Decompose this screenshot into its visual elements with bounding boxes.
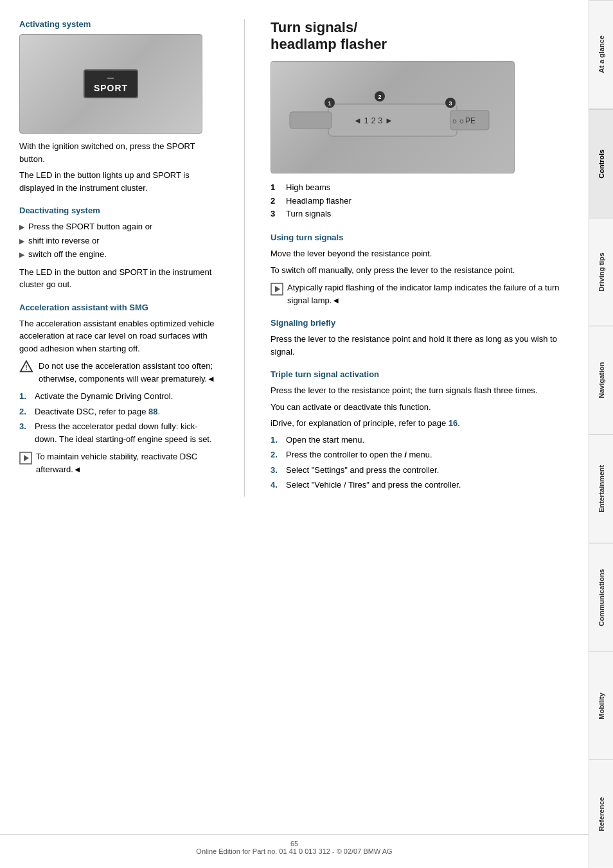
signaling-text: Press the lever to the resistance point … — [271, 333, 576, 358]
signal-item-list: 1 High beams 2 Headlamp flasher 3 Turn s… — [271, 181, 576, 221]
note-play-icon2 — [271, 283, 283, 296]
list-item: 2 Headlamp flasher — [271, 195, 576, 208]
list-item: 1 High beams — [271, 181, 576, 195]
activating-text2: The LED in the button lights up and SPOR… — [19, 169, 218, 194]
item-label: Turn signals — [286, 208, 331, 221]
list-item: ▶ Press the SPORT button again or — [19, 220, 218, 233]
column-separator — [244, 19, 245, 497]
list-item: 1. Activate the Dynamic Driving Control. — [19, 390, 218, 403]
sport-label-text: SPORT — [94, 83, 128, 93]
accel-warning-box: ! Do not use the acceleration assistant … — [19, 360, 218, 385]
svg-text:3: 3 — [449, 100, 452, 107]
deactivating-text: The LED in the button and SPORT in the i… — [19, 266, 218, 291]
note-play-icon — [19, 452, 32, 465]
accel-title: Acceleration assistant with SMG — [19, 303, 218, 312]
accel-note-text: To maintain vehicle stability, reactivat… — [36, 450, 218, 475]
sidebar: At a glance Controls Driving tips Naviga… — [589, 0, 613, 868]
activating-text1: With the ignition switched on, press the… — [19, 140, 218, 165]
sidebar-tab-communications[interactable]: Communications — [589, 543, 613, 651]
sidebar-tab-reference[interactable]: Reference — [589, 759, 613, 868]
turn-signal-image: ☼☼PE ◄ 1 2 3 ► 1 2 3 — [271, 61, 515, 173]
page-link-16[interactable]: 16 — [449, 418, 458, 428]
svg-text:2: 2 — [378, 94, 381, 100]
sport-button-image: SPORT — [19, 34, 202, 134]
list-item: 4. Select "Vehicle / Tires" and press th… — [271, 479, 576, 492]
sidebar-tab-entertainment[interactable]: Entertainment — [589, 434, 613, 543]
sidebar-tab-at-a-glance[interactable]: At a glance — [589, 0, 613, 109]
triple-steps-list: 1. Open the start menu. 2. Press the con… — [271, 434, 576, 492]
left-column: Activating system SPORT With the ignitio… — [19, 19, 218, 497]
list-item: ▶ switch off the engine. — [19, 248, 218, 261]
svg-text:◄ 1 2 3 ►: ◄ 1 2 3 ► — [353, 116, 393, 125]
sidebar-tab-driving-tips[interactable]: Driving tips — [589, 218, 613, 326]
using-turn-text1: Move the lever beyond the resistance poi… — [271, 247, 576, 260]
accel-note-box: To maintain vehicle stability, reactivat… — [19, 450, 218, 475]
accel-text1: The acceleration assistant enables optim… — [19, 317, 218, 355]
activating-title: Activating system — [19, 19, 218, 29]
indicator-note-text: Atypically rapid flashing of the indicat… — [287, 281, 576, 306]
list-item: 1. Open the start menu. — [271, 434, 576, 447]
signaling-title: Signaling briefly — [271, 318, 576, 328]
list-item: 3. Press the accelerator pedal down full… — [19, 420, 218, 445]
main-content: Activating system SPORT With the ignitio… — [0, 0, 589, 516]
page-link-88[interactable]: 88 — [148, 407, 157, 416]
footer: 65 Online Edition for Part no. 01 41 0 0… — [0, 834, 589, 855]
list-item: 2. Press the controller to open the i me… — [271, 448, 576, 461]
triangle-icon: ▶ — [19, 249, 24, 260]
triangle-icon: ▶ — [19, 236, 24, 247]
triple-text2: You can activate or deactivate this func… — [271, 401, 576, 414]
svg-marker-16 — [275, 286, 280, 292]
accel-warning-text: Do not use the acceleration assistant to… — [39, 360, 218, 385]
item-label: Headlamp flasher — [286, 195, 351, 208]
deactivating-list: ▶ Press the SPORT button again or ▶ shif… — [19, 220, 218, 261]
sidebar-tab-mobility[interactable]: Mobility — [589, 651, 613, 760]
main-heading: Turn signals/ headlamp flasher — [271, 19, 576, 53]
indicator-note-box: Atypically rapid flashing of the indicat… — [271, 281, 576, 306]
warning-icon: ! — [19, 360, 33, 374]
list-item: ▶ shift into reverse or — [19, 235, 218, 247]
svg-text:1: 1 — [328, 100, 331, 107]
svg-text:☼☼PE: ☼☼PE — [451, 116, 475, 125]
svg-text:!: ! — [25, 364, 27, 371]
deactivating-title: Deactivating system — [19, 206, 218, 215]
heading-line2: headlamp flasher — [271, 36, 387, 52]
list-item: 3. Select "Settings" and press the contr… — [271, 464, 576, 477]
triple-text3: iDrive, for explanation of principle, re… — [271, 417, 576, 430]
svg-marker-3 — [24, 455, 29, 461]
sidebar-tab-controls[interactable]: Controls — [589, 109, 613, 218]
sport-button-label: SPORT — [84, 69, 138, 98]
triple-text1: Press the lever to the resistance point;… — [271, 384, 576, 397]
list-item: 2. Deactivate DSC, refer to page 88. — [19, 405, 218, 418]
turn-signal-diagram: ☼☼PE ◄ 1 2 3 ► 1 2 3 — [277, 66, 508, 168]
accel-steps-list: 1. Activate the Dynamic Driving Control.… — [19, 390, 218, 445]
triple-title: Triple turn signal activation — [271, 369, 576, 379]
sidebar-tab-navigation[interactable]: Navigation — [589, 326, 613, 434]
copyright-text: Online Edition for Part no. 01 41 0 013 … — [196, 847, 392, 855]
triangle-icon: ▶ — [19, 222, 24, 233]
page-number: 65 — [290, 840, 298, 847]
heading-line1: Turn signals/ — [271, 19, 357, 35]
using-turn-text2: To switch off manually, only press the l… — [271, 264, 576, 277]
list-item: 3 Turn signals — [271, 208, 576, 221]
item-label: High beams — [286, 181, 330, 195]
svg-rect-6 — [290, 112, 332, 128]
right-column: Turn signals/ headlamp flasher ☼☼PE ◄ 1 … — [271, 19, 576, 497]
using-turn-title: Using turn signals — [271, 233, 576, 242]
